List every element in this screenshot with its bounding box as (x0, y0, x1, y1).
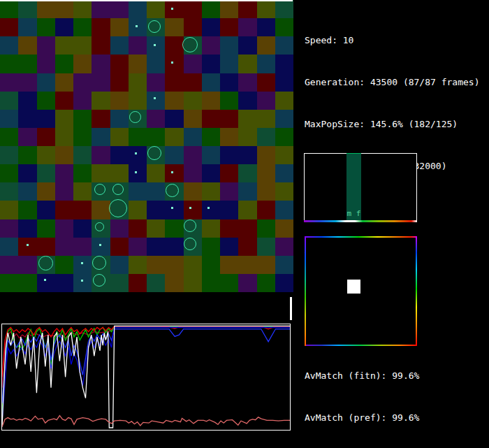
world-cell (0, 146, 19, 165)
world-cell (129, 164, 147, 183)
world-cell (202, 0, 221, 19)
world-cell (238, 55, 257, 73)
chart-line-red (2, 326, 290, 377)
world-cell (220, 164, 239, 183)
world-cell (220, 73, 239, 92)
world-cell (110, 238, 129, 256)
world-cell (257, 256, 276, 275)
organism-dot[interactable] (27, 244, 29, 246)
organism-dot[interactable] (136, 25, 138, 27)
organism-circle[interactable] (38, 256, 53, 270)
world-cell (184, 182, 203, 201)
world-cell (0, 92, 19, 110)
world-cell (238, 219, 257, 238)
world-cell (55, 73, 74, 92)
timeline-scrollbar-thumb[interactable] (290, 297, 292, 320)
world-cell (0, 219, 19, 238)
sex-ratio-histogram: m f (304, 153, 417, 220)
world-cell (129, 146, 147, 165)
organism-circle[interactable] (95, 222, 104, 231)
world-cell (202, 182, 221, 201)
world-cell (55, 0, 74, 19)
organism-circle[interactable] (166, 184, 179, 197)
world-cell (165, 18, 184, 37)
organism-circle[interactable] (109, 199, 127, 217)
world-cell (147, 219, 166, 238)
organism-dot[interactable] (171, 207, 173, 209)
world-cell (220, 238, 239, 256)
organism-dot[interactable] (189, 207, 191, 209)
world-cell (73, 73, 92, 92)
timeline-scrollbar-track[interactable] (0, 0, 293, 1)
world-cell (257, 36, 276, 55)
world-cell (92, 0, 110, 19)
world-cell (55, 55, 74, 73)
world-cell (184, 0, 203, 19)
world-cell (147, 164, 166, 183)
organism-dot[interactable] (135, 152, 137, 154)
world-cell (238, 164, 257, 183)
world-cell (275, 73, 293, 92)
world-cell (73, 274, 92, 292)
stat-avmatch-pref: AvMatch (pref): 99.6% (305, 411, 479, 425)
organism-dot[interactable] (81, 280, 83, 282)
world-cell (238, 110, 257, 129)
world-cell (184, 256, 203, 275)
organism-circle[interactable] (184, 219, 196, 232)
world-cell (220, 110, 239, 129)
world-cell (129, 73, 147, 92)
world-cell (147, 0, 166, 19)
organism-circle[interactable] (182, 37, 198, 52)
world-cell (110, 110, 129, 129)
organism-dot[interactable] (135, 171, 137, 173)
organism-dot[interactable] (154, 44, 156, 46)
organism-circle[interactable] (92, 256, 106, 270)
world-cell (184, 128, 203, 147)
organism-circle[interactable] (184, 238, 196, 250)
world-cell (184, 146, 203, 165)
organism-dot[interactable] (81, 262, 83, 264)
world-cell (110, 256, 129, 275)
organism-dot[interactable] (207, 207, 210, 209)
organism-circle[interactable] (94, 184, 105, 195)
world-cell (257, 201, 276, 219)
preference-map-right-edge (416, 236, 417, 346)
world-cell (129, 55, 147, 73)
world-cell (55, 146, 74, 165)
world-grid[interactable] (0, 0, 293, 292)
world-cell (220, 36, 239, 55)
world-cell (92, 146, 110, 165)
world-cell (202, 36, 221, 55)
world-cell (129, 219, 147, 238)
world-cell (165, 0, 184, 19)
organism-dot[interactable] (44, 279, 46, 281)
world-cell (37, 201, 56, 219)
world-cell (55, 18, 74, 37)
world-cell (129, 92, 147, 110)
organism-circle[interactable] (129, 111, 141, 123)
world-cell (129, 256, 147, 275)
organism-dot[interactable] (99, 244, 101, 246)
organism-dot[interactable] (171, 8, 173, 10)
world-cell (220, 55, 239, 73)
world-cell (220, 146, 239, 165)
world-cell (110, 274, 129, 292)
world-cell (110, 164, 129, 183)
organism-circle[interactable] (112, 184, 124, 195)
world-cell (18, 73, 37, 92)
world-cell (257, 110, 276, 129)
organism-circle[interactable] (148, 20, 161, 33)
world-cell (165, 238, 184, 256)
world-cell (275, 18, 293, 37)
organism-circle[interactable] (93, 274, 105, 287)
world-cell (165, 274, 184, 292)
organism-dot[interactable] (154, 97, 156, 99)
organism-dot[interactable] (171, 171, 173, 173)
world-cell (37, 238, 56, 256)
world-cell (147, 36, 166, 55)
world-cell (147, 201, 166, 219)
world-cell (165, 110, 184, 129)
organism-dot[interactable] (171, 62, 173, 64)
world-cell (18, 201, 37, 219)
organism-circle[interactable] (147, 146, 161, 160)
